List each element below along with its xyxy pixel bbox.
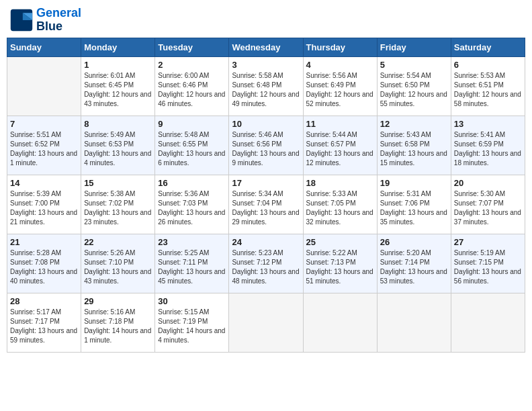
day-info: Sunrise: 5:38 AMSunset: 7:02 PMDaylight:… (84, 189, 152, 227)
day-number: 7 (10, 119, 78, 129)
day-number: 29 (84, 296, 152, 306)
weekday-header-tuesday: Tuesday (155, 38, 229, 56)
day-info: Sunrise: 5:46 AMSunset: 6:56 PMDaylight:… (232, 130, 300, 168)
day-number: 23 (158, 237, 226, 247)
calendar-cell: 11Sunrise: 5:44 AMSunset: 6:57 PMDayligh… (303, 116, 377, 175)
day-info: Sunrise: 5:49 AMSunset: 6:53 PMDaylight:… (84, 130, 152, 168)
weekday-header-friday: Friday (377, 38, 451, 56)
day-info: Sunrise: 5:31 AMSunset: 7:06 PMDaylight:… (380, 189, 448, 227)
calendar-cell: 24Sunrise: 5:23 AMSunset: 7:12 PMDayligh… (229, 234, 303, 293)
day-number: 2 (158, 60, 226, 70)
calendar-cell (303, 293, 377, 352)
day-number: 12 (380, 119, 448, 129)
day-number: 8 (84, 119, 152, 129)
day-info: Sunrise: 5:58 AMSunset: 6:48 PMDaylight:… (232, 71, 300, 109)
day-info: Sunrise: 5:51 AMSunset: 6:52 PMDaylight:… (10, 130, 78, 168)
logo-text: General Blue (36, 7, 81, 34)
calendar-cell: 18Sunrise: 5:33 AMSunset: 7:05 PMDayligh… (303, 175, 377, 234)
day-number: 20 (454, 178, 522, 188)
day-number: 15 (84, 178, 152, 188)
day-number: 27 (454, 237, 522, 247)
calendar-cell: 23Sunrise: 5:25 AMSunset: 7:11 PMDayligh… (155, 234, 229, 293)
calendar-cell: 21Sunrise: 5:28 AMSunset: 7:08 PMDayligh… (7, 234, 81, 293)
calendar-cell: 22Sunrise: 5:26 AMSunset: 7:10 PMDayligh… (81, 234, 155, 293)
day-info: Sunrise: 5:26 AMSunset: 7:10 PMDaylight:… (84, 248, 152, 286)
calendar-cell: 2Sunrise: 6:00 AMSunset: 6:46 PMDaylight… (155, 56, 229, 116)
calendar-cell: 27Sunrise: 5:19 AMSunset: 7:15 PMDayligh… (451, 234, 525, 293)
weekday-header-saturday: Saturday (451, 38, 525, 56)
day-number: 25 (306, 237, 374, 247)
calendar-cell: 3Sunrise: 5:58 AMSunset: 6:48 PMDaylight… (229, 56, 303, 116)
calendar-week-5: 28Sunrise: 5:17 AMSunset: 7:17 PMDayligh… (7, 293, 525, 352)
calendar-week-1: 1Sunrise: 6:01 AMSunset: 6:45 PMDaylight… (7, 56, 525, 116)
day-info: Sunrise: 5:39 AMSunset: 7:00 PMDaylight:… (10, 189, 78, 227)
day-info: Sunrise: 5:34 AMSunset: 7:04 PMDaylight:… (232, 189, 300, 227)
day-info: Sunrise: 5:16 AMSunset: 7:18 PMDaylight:… (84, 308, 152, 345)
day-number: 30 (158, 296, 226, 306)
day-number: 16 (158, 178, 226, 188)
calendar-cell: 20Sunrise: 5:30 AMSunset: 7:07 PMDayligh… (451, 175, 525, 234)
calendar-week-4: 21Sunrise: 5:28 AMSunset: 7:08 PMDayligh… (7, 234, 525, 293)
day-info: Sunrise: 5:36 AMSunset: 7:03 PMDaylight:… (158, 189, 226, 227)
day-number: 28 (10, 296, 78, 306)
calendar-cell: 15Sunrise: 5:38 AMSunset: 7:02 PMDayligh… (81, 175, 155, 234)
calendar-cell: 19Sunrise: 5:31 AMSunset: 7:06 PMDayligh… (377, 175, 451, 234)
day-info: Sunrise: 5:33 AMSunset: 7:05 PMDaylight:… (306, 189, 374, 227)
day-info: Sunrise: 5:15 AMSunset: 7:19 PMDaylight:… (158, 308, 226, 345)
calendar-cell: 10Sunrise: 5:46 AMSunset: 6:56 PMDayligh… (229, 116, 303, 175)
calendar-week-2: 7Sunrise: 5:51 AMSunset: 6:52 PMDaylight… (7, 116, 525, 175)
weekday-header-monday: Monday (81, 38, 155, 56)
calendar-cell: 8Sunrise: 5:49 AMSunset: 6:53 PMDaylight… (81, 116, 155, 175)
calendar-cell: 16Sunrise: 5:36 AMSunset: 7:03 PMDayligh… (155, 175, 229, 234)
calendar-cell: 26Sunrise: 5:20 AMSunset: 7:14 PMDayligh… (377, 234, 451, 293)
weekday-header-wednesday: Wednesday (229, 38, 303, 56)
day-number: 17 (232, 178, 300, 188)
weekday-header-thursday: Thursday (303, 38, 377, 56)
day-info: Sunrise: 5:25 AMSunset: 7:11 PMDaylight:… (158, 248, 226, 286)
calendar-cell: 25Sunrise: 5:22 AMSunset: 7:13 PMDayligh… (303, 234, 377, 293)
calendar-cell: 1Sunrise: 6:01 AMSunset: 6:45 PMDaylight… (81, 56, 155, 116)
day-number: 4 (306, 60, 374, 70)
calendar-week-3: 14Sunrise: 5:39 AMSunset: 7:00 PMDayligh… (7, 175, 525, 234)
day-number: 13 (454, 119, 522, 129)
calendar-cell: 12Sunrise: 5:43 AMSunset: 6:58 PMDayligh… (377, 116, 451, 175)
calendar-cell: 29Sunrise: 5:16 AMSunset: 7:18 PMDayligh… (81, 293, 155, 352)
page-header: General Blue (7, 7, 525, 34)
logo-icon (9, 8, 34, 32)
day-info: Sunrise: 5:30 AMSunset: 7:07 PMDaylight:… (454, 189, 522, 227)
day-number: 19 (380, 178, 448, 188)
calendar-cell: 9Sunrise: 5:48 AMSunset: 6:55 PMDaylight… (155, 116, 229, 175)
calendar-body: 1Sunrise: 6:01 AMSunset: 6:45 PMDaylight… (7, 56, 525, 352)
day-number: 14 (10, 178, 78, 188)
day-info: Sunrise: 5:19 AMSunset: 7:15 PMDaylight:… (454, 248, 522, 286)
day-info: Sunrise: 5:56 AMSunset: 6:49 PMDaylight:… (306, 71, 374, 109)
day-info: Sunrise: 5:44 AMSunset: 6:57 PMDaylight:… (306, 130, 374, 168)
calendar-header-row: SundayMondayTuesdayWednesdayThursdayFrid… (7, 38, 525, 56)
calendar-cell: 28Sunrise: 5:17 AMSunset: 7:17 PMDayligh… (7, 293, 81, 352)
day-number: 18 (306, 178, 374, 188)
day-number: 10 (232, 119, 300, 129)
calendar-cell: 4Sunrise: 5:56 AMSunset: 6:49 PMDaylight… (303, 56, 377, 116)
day-number: 22 (84, 237, 152, 247)
day-number: 11 (306, 119, 374, 129)
calendar-cell: 5Sunrise: 5:54 AMSunset: 6:50 PMDaylight… (377, 56, 451, 116)
day-number: 9 (158, 119, 226, 129)
day-info: Sunrise: 5:54 AMSunset: 6:50 PMDaylight:… (380, 71, 448, 109)
day-number: 3 (232, 60, 300, 70)
calendar-cell: 30Sunrise: 5:15 AMSunset: 7:19 PMDayligh… (155, 293, 229, 352)
day-info: Sunrise: 5:53 AMSunset: 6:51 PMDaylight:… (454, 71, 522, 109)
calendar-cell: 6Sunrise: 5:53 AMSunset: 6:51 PMDaylight… (451, 56, 525, 116)
calendar-cell (229, 293, 303, 352)
calendar-cell (377, 293, 451, 352)
day-info: Sunrise: 5:28 AMSunset: 7:08 PMDaylight:… (10, 248, 78, 286)
day-number: 5 (380, 60, 448, 70)
calendar-cell: 7Sunrise: 5:51 AMSunset: 6:52 PMDaylight… (7, 116, 81, 175)
day-info: Sunrise: 5:41 AMSunset: 6:59 PMDaylight:… (454, 130, 522, 168)
weekday-header-sunday: Sunday (7, 38, 81, 56)
calendar-table: SundayMondayTuesdayWednesdayThursdayFrid… (7, 38, 525, 353)
calendar-cell: 17Sunrise: 5:34 AMSunset: 7:04 PMDayligh… (229, 175, 303, 234)
day-info: Sunrise: 5:48 AMSunset: 6:55 PMDaylight:… (158, 130, 226, 168)
day-info: Sunrise: 6:01 AMSunset: 6:45 PMDaylight:… (84, 71, 152, 109)
calendar-cell (7, 56, 81, 116)
day-number: 26 (380, 237, 448, 247)
